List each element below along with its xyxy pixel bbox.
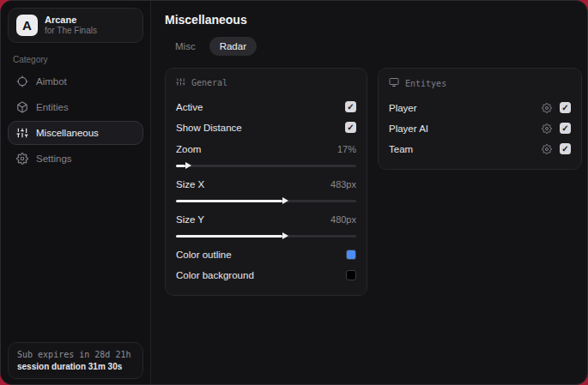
brand-text: Arcane for The Finals (45, 15, 117, 35)
color-label: Color background (176, 270, 254, 280)
size-x-slider[interactable] (176, 200, 356, 202)
player-checkbox[interactable] (560, 102, 571, 113)
zoom-slider-block: Zoom 17% (176, 139, 356, 167)
slider-fill (176, 165, 185, 167)
general-panel: General Active Show Distance Zoom 17% (165, 68, 367, 296)
player-ai-checkbox[interactable] (560, 123, 571, 134)
slider-labels: Size X 483px (176, 174, 356, 194)
brand-subtitle: for The Finals (45, 26, 117, 36)
color-row-background: Color background (176, 265, 356, 285)
crosshair-icon (16, 75, 28, 87)
session-duration-text: session duration 31m 30s (17, 362, 134, 371)
slider-value: 17% (337, 144, 356, 154)
gear-icon (16, 153, 28, 165)
team-checkbox[interactable] (560, 143, 571, 154)
size-y-slider[interactable] (176, 235, 356, 238)
sidebar-item-label: Miscellaneous (36, 128, 99, 138)
brand-title: Arcane (45, 15, 117, 26)
slider-fill (176, 200, 282, 202)
brand-card: A Arcane for The Finals (8, 8, 143, 43)
sidebar-item-label: Aimbot (36, 76, 67, 87)
entities-panel-header: Entityes (389, 77, 571, 89)
color-background-swatch[interactable] (346, 270, 356, 280)
sidebar-item-miscellaneous[interactable]: Miscellaneous (8, 121, 143, 145)
entity-controls (542, 123, 571, 134)
slider-labels: Zoom 17% (176, 139, 356, 159)
cube-icon (16, 101, 28, 113)
slider-thumb[interactable] (185, 162, 191, 169)
color-label: Color outline (176, 250, 232, 260)
gear-icon[interactable] (542, 123, 552, 134)
sidebar-item-settings[interactable]: Settings (8, 147, 143, 171)
entity-label: Player AI (389, 123, 428, 134)
toggle-row-show-distance: Show Distance (176, 117, 356, 137)
gear-icon[interactable] (542, 103, 552, 113)
slider-label: Size X (176, 179, 204, 189)
slider-value: 480px (330, 214, 356, 225)
sidebar-item-label: Settings (36, 153, 72, 164)
active-checkbox[interactable] (345, 101, 356, 112)
general-panel-header: General (176, 77, 356, 88)
entity-label: Player (389, 103, 417, 113)
panels-row: General Active Show Distance Zoom 17% (165, 68, 582, 296)
entities-panel: Entityes Player Player AI (378, 68, 582, 170)
subscription-card: Sub expires in 28d 21h session duration … (8, 342, 143, 379)
show-distance-checkbox[interactable] (345, 122, 356, 133)
category-label: Category (13, 55, 138, 64)
entity-controls (542, 102, 571, 113)
size-y-slider-block: Size Y 480px (176, 209, 356, 238)
entity-label: Team (389, 144, 413, 154)
brand-logo: A (16, 15, 38, 36)
general-panel-title: General (191, 78, 227, 87)
slider-thumb[interactable] (282, 197, 288, 204)
slider-label: Zoom (176, 144, 201, 154)
size-x-slider-block: Size X 483px (176, 174, 356, 202)
entity-row-player-ai: Player AI (389, 118, 571, 138)
sliders-icon (176, 77, 185, 88)
sliders-icon (16, 127, 28, 139)
tab-misc[interactable]: Misc (165, 37, 206, 56)
color-outline-swatch[interactable] (346, 250, 356, 260)
gear-icon[interactable] (542, 144, 552, 154)
monitor-icon (389, 77, 399, 89)
entity-row-player: Player (389, 98, 571, 117)
sidebar-item-aimbot[interactable]: Aimbot (8, 69, 143, 93)
slider-label: Size Y (176, 214, 204, 225)
slider-thumb[interactable] (282, 232, 288, 239)
tab-radar[interactable]: Radar (209, 37, 257, 56)
slider-fill (176, 235, 282, 238)
gear-icon[interactable] (124, 18, 135, 33)
slider-value: 483px (330, 179, 356, 189)
color-row-outline: Color outline (176, 244, 356, 264)
toggle-label: Active (176, 102, 203, 112)
zoom-slider[interactable] (176, 165, 356, 167)
entity-controls (542, 143, 571, 154)
sub-expires-text: Sub expires in 28d 21h (17, 350, 134, 359)
entities-panel-title: Entityes (405, 79, 446, 88)
app-window: A Arcane for The Finals Category (0, 0, 588, 385)
sidebar-nav: Aimbot Entities Miscellaneous (8, 69, 143, 171)
page-title: Miscellaneous (165, 13, 582, 27)
slider-labels: Size Y 480px (176, 209, 356, 229)
toggle-row-active: Active (176, 97, 356, 117)
tab-bar: Misc Radar (165, 37, 582, 56)
sidebar-item-label: Entities (36, 102, 69, 112)
toggle-label: Show Distance (176, 123, 242, 133)
sidebar-item-entities[interactable]: Entities (8, 95, 143, 119)
main-content: Miscellaneous Misc Radar General Active (151, 1, 588, 384)
sidebar: A Arcane for The Finals Category (1, 1, 151, 384)
entity-row-team: Team (389, 139, 571, 159)
